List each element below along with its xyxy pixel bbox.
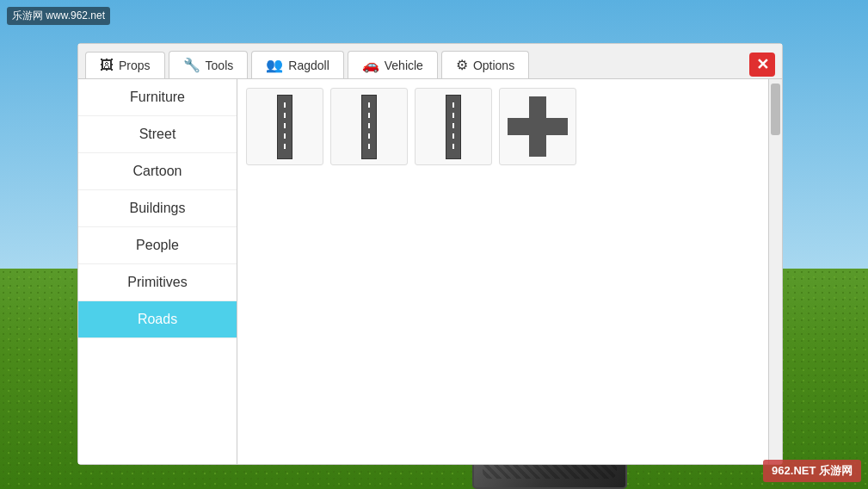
tab-ragdoll[interactable]: 👥 Ragdoll: [251, 51, 343, 78]
tab-vehicle-label: Vehicle: [385, 59, 423, 72]
sidebar: Furniture Street Cartoon Buildings Peopl…: [78, 79, 237, 464]
tab-ragdoll-label: Ragdoll: [288, 59, 329, 72]
sidebar-item-primitives[interactable]: Primitives: [78, 264, 237, 301]
road-strip-2: [361, 95, 377, 159]
close-button[interactable]: ✕: [749, 53, 775, 77]
watermark-bottom-right: 962.NET 乐游网: [763, 460, 861, 482]
scrollbar-thumb[interactable]: [771, 84, 780, 135]
scrollbar-track[interactable]: [769, 79, 782, 464]
tools-icon: 🔧: [183, 57, 200, 73]
vehicle-icon: 🚗: [362, 57, 379, 73]
road-cross-1: [508, 96, 568, 157]
sidebar-item-cartoon[interactable]: Cartoon: [78, 153, 237, 190]
options-icon: ⚙: [456, 57, 468, 73]
sidebar-item-people[interactable]: People: [78, 227, 237, 264]
tab-vehicle[interactable]: 🚗 Vehicle: [348, 51, 438, 78]
content-area: [237, 79, 768, 464]
sidebar-item-street[interactable]: Street: [78, 116, 237, 153]
tab-bar: 🖼 Props 🔧 Tools 👥 Ragdoll 🚗 Vehicle ⚙ Op…: [78, 44, 782, 79]
props-icon: 🖼: [100, 58, 114, 73]
tab-options[interactable]: ⚙ Options: [441, 51, 529, 78]
tab-options-label: Options: [473, 59, 514, 72]
list-item[interactable]: [415, 88, 492, 165]
sidebar-item-furniture[interactable]: Furniture: [78, 79, 237, 116]
tab-tools[interactable]: 🔧 Tools: [169, 51, 249, 78]
tab-tools-label: Tools: [206, 59, 234, 72]
road-strip-3: [446, 95, 461, 159]
tab-props-label: Props: [119, 59, 151, 72]
watermark-top: 乐游网 www.962.net: [7, 7, 110, 25]
road-strip-1: [277, 95, 292, 159]
ui-panel: 🖼 Props 🔧 Tools 👥 Ragdoll 🚗 Vehicle ⚙ Op…: [77, 43, 783, 465]
scrollbar[interactable]: [768, 79, 782, 464]
sidebar-item-roads[interactable]: Roads: [78, 301, 237, 338]
list-item[interactable]: [246, 88, 323, 165]
list-item[interactable]: [330, 88, 408, 165]
list-item[interactable]: [499, 88, 576, 165]
sidebar-item-buildings[interactable]: Buildings: [78, 190, 237, 227]
panel-content: Furniture Street Cartoon Buildings Peopl…: [78, 79, 782, 464]
tab-props[interactable]: 🖼 Props: [85, 52, 165, 78]
ragdoll-icon: 👥: [266, 57, 283, 73]
road-cross-vertical: [529, 96, 546, 157]
